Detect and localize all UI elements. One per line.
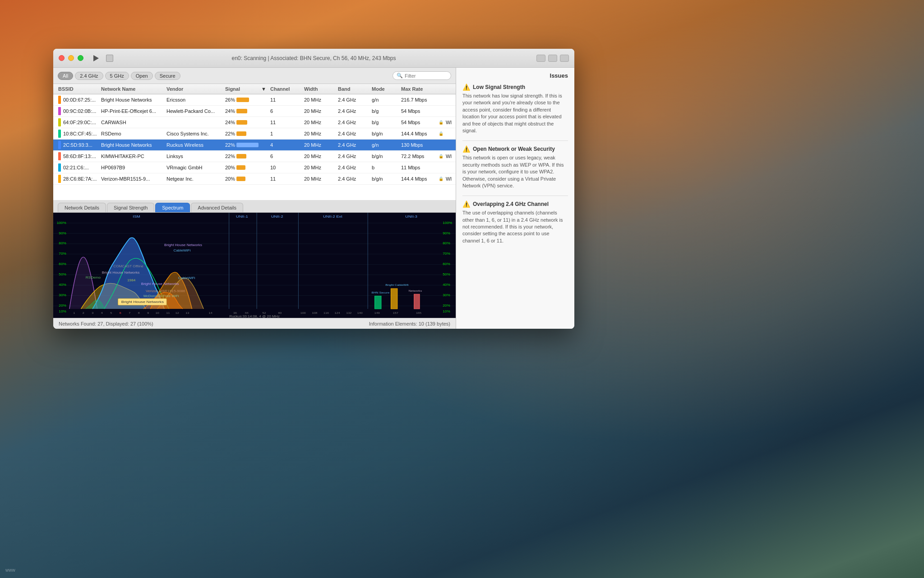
cell-bssid: 58:6D:8F:13:... xyxy=(57,152,100,161)
issue-overlapping-title: ⚠️ Overlapping 2.4 GHz Channel xyxy=(462,200,568,208)
table-header: BSSID Network Name Vendor Signal ▼ Chann… xyxy=(53,84,456,94)
svg-text:157: 157 xyxy=(393,311,398,314)
svg-text:116: 116 xyxy=(323,311,329,314)
svg-text:50%: 50% xyxy=(443,273,450,276)
table-row[interactable]: 02:21:C6:... HP0697B9 VRmagic GmbH 20% 1… xyxy=(53,162,456,173)
filter-5ghz[interactable]: 5 GHz xyxy=(105,72,129,80)
table-row[interactable]: 2C:5D:93:3... Bright House Networks Ruck… xyxy=(53,140,456,151)
svg-text:70%: 70% xyxy=(443,252,450,256)
cell-spacer xyxy=(260,99,269,100)
filter-open[interactable]: Open xyxy=(131,72,153,80)
filter-2-4ghz[interactable]: 2.4 GHz xyxy=(75,72,103,80)
cell-channel: 1 xyxy=(269,131,303,137)
lock-icon: 🔒 xyxy=(437,154,445,159)
view-btn-1[interactable] xyxy=(536,55,545,62)
cell-band: 2.4 GHz xyxy=(337,108,370,114)
cell-extra xyxy=(436,99,456,100)
col-signal-sort[interactable]: ▼ xyxy=(260,85,269,93)
cell-extra xyxy=(436,111,456,112)
svg-text:Bright House Networks: Bright House Networks xyxy=(121,299,164,303)
tab-network-details[interactable]: Network Details xyxy=(58,203,106,212)
svg-text:10%: 10% xyxy=(59,310,66,313)
cell-band: 2.4 GHz xyxy=(337,142,370,148)
cell-vendor xyxy=(165,122,224,123)
filter-all[interactable]: All xyxy=(58,72,73,80)
titlebar: en0: Scanning | Associated: BHN Secure, … xyxy=(53,49,574,68)
svg-text:40%: 40% xyxy=(443,283,450,287)
svg-rect-79 xyxy=(414,294,420,309)
cell-bssid: 10:8C:CF:45:... xyxy=(57,129,100,138)
cell-vendor: Ericsson xyxy=(165,97,224,103)
issues-title: Issues xyxy=(462,72,568,79)
warning-icon-1: ⚠️ xyxy=(462,84,470,91)
issue-overlapping: ⚠️ Overlapping 2.4 GHz Channel The use o… xyxy=(462,200,568,244)
table-row[interactable]: 58:6D:8F:13:... KIMWHITAKER-PC Linksys 2… xyxy=(53,151,456,162)
stop-button[interactable] xyxy=(106,55,113,62)
cell-mode: g/n xyxy=(370,142,400,148)
cell-channel: 11 xyxy=(269,97,303,103)
col-max-rate: Max Rate xyxy=(400,85,436,93)
tab-signal-strength[interactable]: Signal Strength xyxy=(107,203,154,212)
table-row[interactable]: 28:C6:8E:7A:... Verizon-MBR1515-9... Net… xyxy=(53,173,456,185)
svg-text:80%: 80% xyxy=(443,242,450,245)
svg-text:Bright House Networks: Bright House Networks xyxy=(141,282,179,285)
minimize-button[interactable] xyxy=(68,55,74,61)
cell-mode: b xyxy=(370,164,400,171)
signal-bar xyxy=(236,109,247,113)
status-bar: Networks Found: 27, Displayed: 27 (100%)… xyxy=(53,318,456,329)
svg-text:10: 10 xyxy=(156,311,159,314)
issue-open-network: ⚠️ Open Network or Weak Security This ne… xyxy=(462,145,568,189)
col-extra xyxy=(436,85,456,93)
cell-extra xyxy=(436,144,456,145)
cell-max-rate: 144.4 Mbps xyxy=(400,176,436,182)
tab-advanced-details[interactable]: Advanced Details xyxy=(191,203,243,212)
svg-text:100: 100 xyxy=(300,311,306,314)
cell-max-rate: 216.7 Mbps xyxy=(400,97,436,103)
cell-band: 2.4 GHz xyxy=(337,97,370,103)
lock-icon: 🔒 xyxy=(437,131,445,136)
cell-width: 20 MHz xyxy=(303,108,337,114)
close-button[interactable] xyxy=(59,55,65,61)
table-row[interactable]: 00:9C:02:0B:... HP-Print-EE-Officejet 6.… xyxy=(53,106,456,117)
view-btn-3[interactable] xyxy=(560,55,569,62)
issue-overlapping-text: The use of overlapping channels (channel… xyxy=(462,210,568,244)
issue-open-network-title: ⚠️ Open Network or Weak Security xyxy=(462,145,568,153)
svg-text:8: 8 xyxy=(138,311,140,314)
svg-text:60%: 60% xyxy=(443,262,450,266)
filter-secure[interactable]: Secure xyxy=(155,72,180,80)
table-row[interactable]: 64:0F:29:0C:... CARWASH 24% 11 20 MHz 2.… xyxy=(53,117,456,128)
cell-network-name: Bright House Networks xyxy=(100,142,165,148)
table-row[interactable]: 10:8C:CF:45:... RSDemo Cisco Systems Inc… xyxy=(53,128,456,140)
cell-bssid: 00:0D:67:25:... xyxy=(57,95,100,104)
lock-icon: 🔒 xyxy=(437,176,445,182)
cell-width: 20 MHz xyxy=(303,119,337,126)
right-panel: Issues ⚠️ Low Signal Strength This netwo… xyxy=(456,68,574,329)
search-input[interactable] xyxy=(405,73,447,79)
cell-width: 20 MHz xyxy=(303,97,337,103)
cell-signal: 24% xyxy=(224,108,260,114)
table-row[interactable]: 00:0D:67:25:... Bright House Networks Er… xyxy=(53,94,456,106)
cell-network-name: Bright House Networks xyxy=(100,97,165,103)
cell-network-name: CARWASH xyxy=(100,119,165,126)
fullscreen-button[interactable] xyxy=(78,55,83,61)
search-box[interactable]: 🔍 xyxy=(393,71,451,80)
play-button[interactable] xyxy=(92,54,101,63)
signal-bar xyxy=(236,143,259,147)
spectrum-area: ISM UNII-1 UNII-2 UNII-2 Ext UNII-3 100%… xyxy=(53,213,456,318)
signal-bar xyxy=(236,154,246,158)
cell-bssid: 28:C6:8E:7A:... xyxy=(57,174,100,183)
spectrum-svg: ISM UNII-1 UNII-2 UNII-2 Ext UNII-3 100%… xyxy=(53,213,456,318)
svg-text:3: 3 xyxy=(92,311,93,314)
cell-channel: 11 xyxy=(269,176,303,182)
cell-vendor: Linksys xyxy=(165,153,224,159)
col-signal: Signal xyxy=(224,85,260,93)
cell-width: 20 MHz xyxy=(303,153,337,159)
tab-spectrum[interactable]: Spectrum xyxy=(155,203,190,212)
svg-text:108: 108 xyxy=(312,311,317,314)
svg-text:9: 9 xyxy=(147,311,149,314)
cell-extra: 🔒Wl xyxy=(436,119,456,126)
status-left: Networks Found: 27, Displayed: 27 (100%) xyxy=(59,321,153,326)
view-btn-2[interactable] xyxy=(548,55,557,62)
toolbar: All 2.4 GHz 5 GHz Open Secure 🔍 xyxy=(53,68,456,84)
svg-text:140: 140 xyxy=(357,311,363,314)
